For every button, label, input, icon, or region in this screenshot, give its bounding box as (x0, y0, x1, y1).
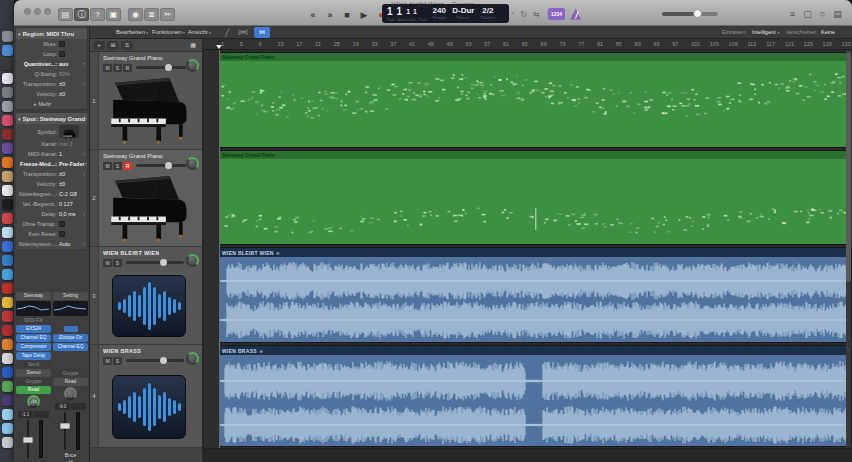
automation-button[interactable]: ╱ (221, 27, 233, 38)
automation-mode-button[interactable]: Read (16, 386, 51, 394)
global-solo-button[interactable]: S (121, 41, 133, 50)
fader-cap[interactable] (60, 423, 70, 429)
track-volume-slider[interactable] (136, 66, 186, 69)
plugin-slot[interactable]: iZotope Oz (53, 334, 88, 342)
stepper-control[interactable]: ↕ (83, 211, 86, 217)
duplicate-track-button[interactable]: ⊞ (107, 41, 119, 50)
inspector-parameter-row[interactable]: Delay:0,0 ms↕ (16, 209, 87, 219)
plugin-slot[interactable]: Channel EQ (16, 334, 51, 342)
inspector-parameter-row[interactable]: Transposition:±0↕ (16, 169, 87, 179)
solo-button[interactable]: S (113, 259, 122, 267)
volume-fader[interactable] (16, 419, 51, 459)
fader-cap[interactable] (23, 437, 33, 443)
toolbar-button[interactable]: ▣ (106, 8, 121, 21)
parameter-value[interactable]: ±0 (59, 171, 65, 177)
audio-region-1[interactable]: WIEN BLEIBT WIEN ⊕ (219, 247, 852, 343)
parameter-value[interactable]: aus (59, 61, 68, 67)
track-header-3[interactable]: 3 WIEN BLEIBT WIEN M S (90, 247, 202, 345)
dock-app-icon[interactable] (2, 311, 13, 322)
eq-thumbnail[interactable] (53, 301, 88, 316)
dock-app-icon[interactable] (2, 255, 13, 266)
pan-knob[interactable]: +16 (16, 395, 51, 410)
minimize-window-button[interactable] (34, 8, 41, 15)
apple-loops-button[interactable]: ○ (816, 8, 829, 21)
solo-button[interactable]: S (113, 357, 122, 365)
midi-region-2[interactable]: Steinway Grand Piano (219, 150, 847, 245)
stepper-control[interactable]: ↕ (83, 61, 86, 67)
lcd-display[interactable]: 1 1 1 1 Takt Beat Div. Tick 240 Tempo D-… (382, 4, 509, 23)
inspector-parameter-row[interactable]: Notensystem...:Auto↕ (16, 239, 87, 249)
record-enable-button[interactable]: R (123, 64, 132, 72)
eq-thumbnail[interactable] (16, 301, 51, 316)
automation-mode-button[interactable]: Read (53, 378, 88, 386)
dock-app-icon[interactable] (2, 423, 13, 434)
dock-app-icon[interactable] (2, 339, 13, 350)
dock-app-icon[interactable] (2, 157, 13, 168)
play-button[interactable]: ▶ (356, 9, 372, 22)
dock-app-icon[interactable] (2, 227, 13, 238)
track-name[interactable]: WIEN BLEIBT WIEN (103, 250, 159, 256)
playhead-line[interactable] (219, 50, 220, 448)
menu-ansicht[interactable]: Ansicht▾ (188, 26, 211, 39)
mute-button[interactable]: M (103, 162, 112, 170)
dock-app-icon[interactable] (2, 185, 13, 196)
metronome-icon[interactable] (569, 8, 582, 20)
note-pads-button[interactable]: ▢ (801, 8, 814, 21)
dock-app-icon[interactable] (2, 213, 13, 224)
inspector-parameter-row[interactable]: Freeze-Mod...:Pre-Fader↕ (16, 159, 87, 169)
bar-ruler[interactable]: 1591317212529333741454953576165697377818… (203, 39, 852, 50)
parameter-value[interactable]: 0,0 ms (59, 211, 76, 217)
stepper-control[interactable]: ↕ (83, 81, 86, 87)
stepper-control[interactable]: ↕ (85, 161, 88, 167)
autopunch-button[interactable]: ⇆ (530, 9, 543, 21)
parameter-value[interactable]: C-2 G8 (59, 191, 77, 197)
plugin-chip[interactable] (64, 326, 78, 332)
list-editors-button[interactable]: ≡ (786, 8, 799, 21)
parameter-value[interactable]: 1 (59, 151, 62, 157)
dock-app-icon[interactable] (2, 437, 13, 448)
mixer-button[interactable]: ≣ (144, 8, 159, 21)
stepper-control[interactable]: ↕ (83, 151, 86, 157)
dock-app-icon[interactable] (2, 353, 13, 364)
parameter-value[interactable]: ±0 (59, 81, 65, 87)
master-volume-knob[interactable] (693, 9, 702, 18)
volume-value[interactable]: -1.1 (18, 411, 33, 418)
parameter-value[interactable]: Auto (59, 241, 70, 247)
inspector-parameter-row[interactable]: Quantisier...:aus↕ (16, 59, 87, 69)
inspector-parameter-row[interactable]: Velocity:±0 (16, 89, 87, 99)
track-inspector-header[interactable]: ▾ Spur: Steinway Grand Piano (16, 113, 87, 124)
dock-app-icon[interactable] (2, 325, 13, 336)
dock-app-icon[interactable] (2, 59, 13, 70)
dock-app-icon[interactable] (2, 115, 13, 126)
mute-button[interactable]: M (103, 357, 112, 365)
menu-funktionen[interactable]: Funktionen▾ (152, 26, 185, 39)
inspector-parameter-row[interactable]: MIDI-Kanal:1↕ (16, 149, 87, 159)
midi-region-1[interactable]: Steinway Grand Piano (219, 52, 847, 148)
inspector-button[interactable]: ⓘ (74, 8, 89, 21)
arrange-area[interactable]: 1591317212529333741454953576165697377818… (203, 39, 852, 462)
dock-app-icon[interactable] (2, 395, 13, 406)
track-pan-knob[interactable] (186, 157, 199, 170)
inspector-parameter-row[interactable]: Mute: (16, 39, 87, 49)
dock-app-icon[interactable] (2, 199, 13, 210)
dock-app-icon[interactable] (2, 45, 13, 56)
track-name[interactable]: Steinway Grand Piano (103, 153, 163, 159)
track-header-config-button[interactable]: ▦ (187, 41, 199, 50)
stop-button[interactable]: ■ (339, 9, 355, 22)
zoom-window-button[interactable] (44, 8, 51, 15)
parameter-value[interactable]: ±0 (59, 181, 65, 187)
parameter-checkbox[interactable] (59, 231, 65, 237)
track-volume-slider[interactable] (136, 164, 186, 167)
snap-mode-dropdown[interactable]: Intelligent▾ (752, 26, 780, 39)
strip-setting-button[interactable]: Steinway (16, 292, 51, 300)
rewind-button[interactable]: « (305, 9, 321, 22)
parameter-checkbox[interactable] (59, 51, 65, 57)
inspector-parameter-row[interactable]: Symbol: (16, 124, 87, 139)
inspector-parameter-row[interactable]: Loop: (16, 49, 87, 59)
close-window-button[interactable] (24, 8, 31, 15)
midi-fx-slot[interactable]: MIDI-FX (16, 317, 51, 324)
dock-app-icon[interactable] (2, 269, 13, 280)
plugin-slot[interactable]: Channel EQ (53, 343, 88, 351)
volume-fader[interactable] (53, 411, 88, 451)
volume-value[interactable]: -9.0 (55, 403, 70, 410)
